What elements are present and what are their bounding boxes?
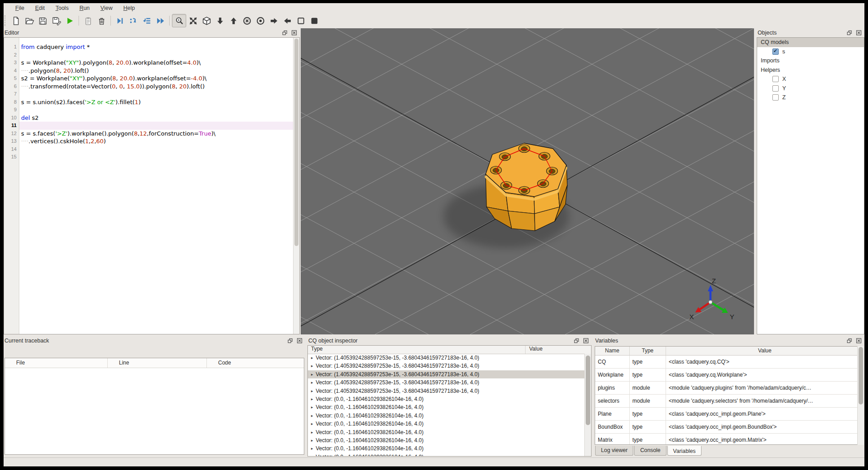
tree-item-y[interactable]: Y [757, 84, 864, 93]
inspector-row[interactable]: ▸Vector: (0.0, -1.1604610293826104e-16, … [308, 453, 585, 456]
float-panel-button[interactable] [846, 338, 853, 344]
expand-arrow-icon[interactable]: ▸ [308, 395, 316, 403]
step-button[interactable] [113, 14, 127, 27]
inspector-scrollbar[interactable] [584, 354, 591, 456]
zoom-toggle-button[interactable] [172, 14, 186, 27]
tree-item-x[interactable]: X [757, 75, 864, 84]
editor-scrollbar[interactable] [293, 38, 299, 334]
unchecked-checkbox[interactable] [772, 85, 779, 92]
view-top-button[interactable] [227, 14, 240, 27]
inspector-row[interactable]: ▸Vector: (1.4053924288597253e-15, -3.680… [308, 362, 585, 370]
code-line[interactable]: ····.polygon(8, 20).loft() [19, 67, 293, 75]
clipboard-button[interactable] [81, 14, 95, 27]
menu-file[interactable]: File [10, 4, 30, 12]
menu-help[interactable]: Help [118, 4, 140, 12]
close-panel-button[interactable] [296, 338, 303, 344]
cad-model[interactable] [486, 143, 567, 231]
variable-row[interactable]: selectorsmodule<module 'cadquery.selecto… [595, 395, 864, 408]
view-left-button[interactable] [281, 14, 294, 27]
expand-arrow-icon[interactable]: ▸ [308, 428, 316, 436]
variable-row[interactable]: BoundBoxtype<class 'cadquery.occ_impl.ge… [595, 421, 864, 434]
close-panel-button[interactable] [855, 338, 863, 344]
expand-arrow-icon[interactable]: ▸ [308, 370, 316, 378]
column-code[interactable]: Code [207, 358, 304, 368]
code-line[interactable] [19, 153, 293, 161]
column-value[interactable]: Value [526, 346, 591, 354]
3d-viewport[interactable]: Z X Y [301, 28, 754, 334]
unchecked-checkbox[interactable] [772, 94, 779, 101]
code-line[interactable] [19, 145, 293, 154]
menu-tools[interactable]: Tools [50, 4, 74, 12]
trash-button[interactable] [95, 14, 108, 27]
inspector-row[interactable]: ▸Vector: (0.0, -1.1604610293826104e-16, … [308, 403, 585, 411]
step-into-button[interactable] [127, 14, 140, 27]
toolbar-drag-handle[interactable] [4, 15, 9, 26]
expand-arrow-icon[interactable]: ▸ [308, 354, 316, 362]
code-line[interactable]: s = Workplane("XY").polygon(8, 20.0).wor… [19, 59, 293, 67]
tab-console[interactable]: Console [634, 446, 666, 456]
wireframe-button[interactable] [294, 14, 307, 27]
code-line[interactable]: s2 = Workplane("XY").polygon(8, 20.0).wo… [19, 75, 293, 83]
code-line[interactable] [19, 90, 293, 98]
view-back-button[interactable] [254, 14, 267, 27]
menu-run[interactable]: Run [74, 4, 95, 12]
variables-scrollbar[interactable] [857, 346, 864, 445]
shaded-button[interactable] [307, 14, 321, 27]
step-return-button[interactable] [140, 14, 153, 27]
inspector-row[interactable]: ▸Vector: (1.4053924288597253e-15, -3.680… [308, 378, 585, 387]
column-type[interactable]: Type [308, 346, 526, 354]
variable-row[interactable]: CQtype<class 'cadquery.cq.CQ'> [595, 356, 864, 369]
scrollbar-thumb[interactable] [586, 356, 590, 425]
view-bottom-button[interactable] [213, 14, 227, 27]
column-name[interactable]: Name [595, 347, 630, 355]
close-panel-button[interactable] [290, 30, 298, 36]
run-button[interactable] [63, 14, 76, 27]
continue-button[interactable] [153, 14, 167, 27]
inspector-row[interactable]: ▸Vector: (0.0, -1.1604610293826104e-16, … [308, 395, 585, 403]
code-line[interactable]: del s2 [19, 114, 293, 122]
fit-view-button[interactable] [186, 14, 200, 27]
expand-arrow-icon[interactable]: ▸ [308, 378, 316, 387]
inspector-row[interactable]: ▸Vector: (0.0, -1.1604610293826104e-16, … [308, 444, 585, 452]
inspector-row[interactable]: ▸Vector: (0.0, -1.1604610293826104e-16, … [308, 428, 585, 436]
checked-checkbox[interactable] [772, 48, 779, 55]
float-panel-button[interactable] [281, 30, 289, 36]
tab-variables[interactable]: Variables [667, 446, 701, 456]
inspector-row[interactable]: ▸Vector: (1.4053924288597253e-15, -3.680… [308, 370, 585, 378]
variable-row[interactable]: pluginsmodule<module 'cadquery.plugins' … [595, 382, 864, 395]
expand-arrow-icon[interactable]: ▸ [308, 436, 316, 444]
scrollbar-thumb[interactable] [294, 39, 298, 246]
iso-view-button[interactable] [200, 14, 213, 27]
close-panel-button[interactable] [582, 338, 590, 344]
view-right-button[interactable] [267, 14, 281, 27]
code-line[interactable] [19, 122, 293, 130]
menu-view[interactable]: View [95, 4, 118, 12]
tab-log-viewer[interactable]: Log viewer [595, 446, 633, 456]
column-line[interactable]: Line [108, 358, 207, 368]
column-type[interactable]: Type [630, 347, 666, 355]
code-line[interactable]: from cadquery import * [19, 43, 293, 51]
expand-arrow-icon[interactable]: ▸ [308, 453, 316, 456]
tree-item-helpers[interactable]: Helpers [757, 66, 864, 75]
expand-arrow-icon[interactable]: ▸ [308, 420, 316, 428]
code-line[interactable]: s = s.union(s2).faces('>Z or <Z').fillet… [19, 98, 293, 106]
variable-row[interactable]: Workplanetype<class 'cadquery.cq.Workpla… [595, 369, 864, 382]
expand-arrow-icon[interactable]: ▸ [308, 362, 316, 370]
save-as-button[interactable] [49, 14, 63, 27]
expand-arrow-icon[interactable]: ▸ [308, 412, 316, 420]
column-file[interactable]: File [5, 358, 108, 368]
unchecked-checkbox[interactable] [772, 76, 779, 82]
expand-arrow-icon[interactable]: ▸ [308, 387, 316, 395]
code-area[interactable]: from cadquery import *s = Workplane("XY"… [19, 38, 293, 334]
variable-row[interactable]: Matrixtype<class 'cadquery.occ_impl.geom… [595, 434, 864, 445]
expand-arrow-icon[interactable]: ▸ [308, 444, 316, 452]
tree-item-s[interactable]: s [757, 47, 864, 57]
menu-edit[interactable]: Edit [30, 4, 50, 12]
code-line[interactable] [19, 51, 293, 59]
inspector-row[interactable]: ▸Vector: (0.0, -1.1604610293826104e-16, … [308, 436, 585, 444]
code-line[interactable] [19, 106, 293, 114]
close-panel-button[interactable] [855, 30, 863, 36]
tree-item-cq-models[interactable]: CQ models [757, 38, 864, 47]
code-line[interactable]: ····.transformed(rotate=Vector(0, 0, 15.… [19, 83, 293, 91]
inspector-row[interactable]: ▸Vector: (1.4053924288597253e-15, -3.680… [308, 387, 585, 395]
